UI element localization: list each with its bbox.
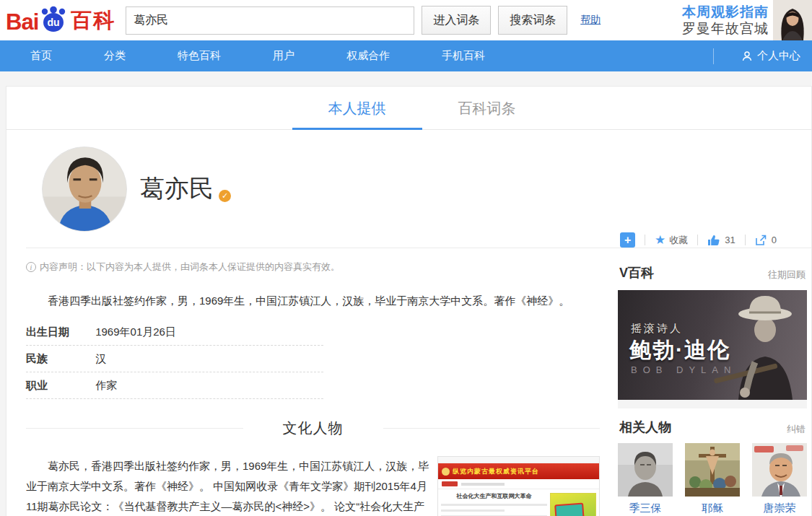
vbaike-title: V百科 — [619, 264, 654, 281]
news-text-bar — [441, 510, 505, 512]
info-row-occupation: 职业 作家 — [26, 372, 323, 399]
profile-section: 葛亦民 ✓ + ★ 收藏 31 0 — [26, 130, 811, 248]
main-card: 本人提供 百科词条 葛亦民 ✓ — [6, 86, 812, 516]
action-divider — [645, 235, 645, 245]
vbaike-history-link[interactable]: 往期回顾 — [768, 268, 806, 281]
info-value: 作家 — [95, 379, 117, 391]
related-people-card: 相关人物 纠错 — [618, 408, 807, 516]
logo-bai-text: Bai — [6, 9, 38, 35]
baidu-paw-icon: du — [39, 6, 68, 35]
nav-right: 个人中心 — [713, 48, 800, 64]
search-entry-button[interactable]: 搜索词条 — [498, 6, 567, 35]
like-button[interactable]: 31 — [707, 235, 735, 246]
profile-photo — [42, 147, 127, 232]
top-header: Bai du 百科 进入词条 搜索词条 帮助 本周观影指南 罗曼年故宫城 — [0, 0, 812, 40]
favorite-label: 收藏 — [669, 234, 688, 247]
like-count: 31 — [725, 235, 735, 245]
section-title: 文化人物 — [283, 419, 344, 438]
baidu-baike-logo[interactable]: Bai du 百科 — [6, 6, 115, 35]
disclaimer-text: 内容声明：以下内容为本人提供，由词条本人保证提供的内容真实有效。 — [40, 261, 340, 274]
vbaike-header: V百科 往期回顾 — [618, 248, 807, 290]
nav-item-featured[interactable]: 特色百科 — [178, 49, 221, 63]
section-rule-right — [383, 428, 601, 429]
share-count: 0 — [772, 235, 777, 245]
tab-baike-entry[interactable]: 百科词条 — [422, 87, 552, 130]
info-row-birthdate: 出生日期 1969年01月26日 — [26, 319, 323, 346]
news-body: 社会化大生产和互联网大革命 — [438, 489, 599, 516]
info-label: 出生日期 — [26, 325, 92, 339]
info-icon: i — [26, 262, 36, 272]
related-people-title: 相关人物 — [619, 419, 671, 436]
nav-item-category[interactable]: 分类 — [104, 49, 126, 63]
main-nav: 首页 分类 特色百科 用户 权威合作 手机百科 个人中心 — [0, 40, 812, 71]
name-block: 葛亦民 ✓ — [140, 172, 231, 206]
promo-image — [773, 0, 812, 40]
share-icon — [755, 235, 767, 246]
news-banner-logo-icon — [442, 468, 450, 476]
nav-item-authority[interactable]: 权威合作 — [346, 49, 390, 63]
news-breadcrumb-bar — [461, 483, 505, 486]
promo-line1: 本周观影指南 — [682, 4, 773, 20]
related-person-name: 唐崇荣 — [752, 502, 807, 515]
verified-badge-icon: ✓ — [219, 190, 231, 202]
related-person-photo — [685, 443, 740, 497]
news-topbar — [438, 457, 599, 463]
info-label: 民族 — [26, 352, 92, 366]
dylan-name: 鲍勃·迪伦 — [629, 336, 730, 365]
favorite-button[interactable]: ★ 收藏 — [655, 234, 688, 247]
share-button[interactable]: 0 — [755, 235, 777, 246]
related-people-header: 相关人物 纠错 — [618, 408, 807, 443]
nav-item-home[interactable]: 首页 — [30, 49, 52, 63]
related-people-row: 季三保 — [618, 443, 807, 515]
enter-entry-button[interactable]: 进入词条 — [422, 6, 491, 35]
nav-item-mobile[interactable]: 手机百科 — [442, 49, 485, 63]
promo-text: 本周观影指南 罗曼年故宫城 — [676, 4, 773, 37]
tab-bar: 本人提供 百科词条 — [6, 87, 811, 130]
section-header: 文化人物 — [26, 419, 600, 438]
help-link[interactable]: 帮助 — [580, 14, 601, 27]
star-icon: ★ — [655, 234, 665, 246]
tab-self-provided[interactable]: 本人提供 — [292, 87, 422, 130]
content-disclaimer: i 内容声明：以下内容为本人提供，由词条本人保证提供的内容真实有效。 — [26, 261, 600, 274]
add-button[interactable]: + — [620, 232, 635, 248]
action-bar: + ★ 收藏 31 0 — [620, 232, 777, 248]
logo-du-text: du — [48, 17, 60, 28]
section-rule-left — [26, 428, 243, 429]
related-person-ji-sanbao[interactable]: 季三保 — [618, 443, 673, 515]
error-correction-link[interactable]: 纠错 — [787, 423, 806, 436]
action-divider — [697, 235, 698, 245]
sidebar: V百科 往期回顾 摇滚诗人 鲍勃·迪伦 BOB DYLAN — [618, 248, 807, 516]
news-article: 社会化大生产和互联网大革命 — [441, 493, 550, 516]
related-person-name: 耶稣 — [685, 502, 740, 515]
news-banner-text: 纵览内蒙古最权威资讯平台 — [453, 467, 539, 476]
promo-banner[interactable]: 本周观影指南 罗曼年故宫城 — [676, 0, 812, 40]
news-screenshot-image[interactable]: 纵览内蒙古最权威资讯平台 社会化大生产和互联网大革命 — [437, 456, 600, 516]
nav-item-users[interactable]: 用户 — [273, 49, 294, 63]
info-value: 1969年01月26日 — [95, 325, 176, 338]
news-site-logo — [442, 481, 458, 486]
news-ad-image — [550, 493, 596, 516]
vbaike-feature-card[interactable]: 摇滚诗人 鲍勃·迪伦 BOB DYLAN — [618, 290, 807, 400]
user-icon — [741, 51, 753, 62]
dylan-latin-name: BOB DYLAN — [631, 364, 736, 375]
related-person-photo — [618, 443, 673, 497]
nav-divider — [713, 48, 714, 64]
dylan-tagline: 摇滚诗人 — [631, 322, 683, 336]
related-person-jesus[interactable]: 耶稣 — [685, 443, 740, 515]
basic-info-table: 出生日期 1969年01月26日 民族 汉 职业 作家 — [26, 319, 323, 399]
user-center-link[interactable]: 个人中心 — [741, 49, 800, 63]
page-gap — [0, 71, 812, 86]
news-site-row — [438, 479, 599, 489]
user-center-label: 个人中心 — [757, 49, 800, 63]
info-row-ethnicity: 民族 汉 — [26, 346, 323, 372]
action-divider — [745, 235, 746, 245]
news-headline: 社会化大生产和互联网大革命 — [441, 493, 547, 500]
news-text-bar — [441, 504, 547, 506]
search-input[interactable] — [126, 6, 414, 35]
related-person-name: 季三保 — [618, 502, 673, 515]
info-value: 汉 — [95, 352, 106, 364]
article-column: i 内容声明：以下内容为本人提供，由词条本人保证提供的内容真实有效。 香港四季出… — [26, 248, 600, 516]
info-label: 职业 — [26, 379, 92, 393]
article-body: 纵览内蒙古最权威资讯平台 社会化大生产和互联网大革命 — [26, 456, 600, 516]
related-person-tang-chongrong[interactable]: 唐崇荣 — [752, 443, 807, 515]
